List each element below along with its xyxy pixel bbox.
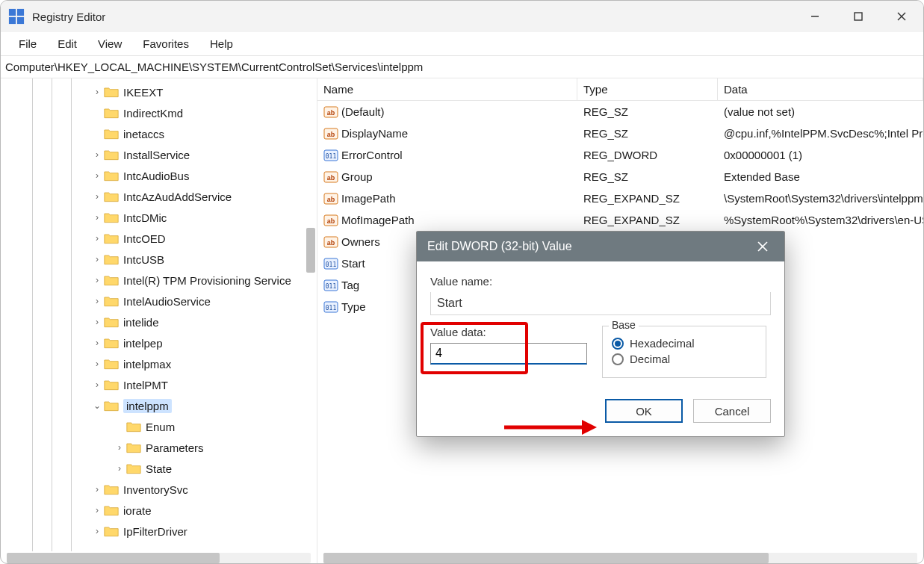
address-bar[interactable]: Computer\HKEY_LOCAL_MACHINE\SYSTEM\Curre… (1, 56, 923, 78)
cancel-button[interactable]: Cancel (693, 399, 771, 423)
string-icon: ab (323, 105, 338, 120)
tree-item-label: InventorySvc (123, 483, 188, 496)
maximize-button[interactable] (837, 1, 880, 32)
expand-arrow-icon[interactable]: › (90, 212, 104, 223)
tree-horizontal-scrollbar[interactable] (7, 553, 311, 563)
expand-arrow-icon[interactable]: › (90, 149, 104, 160)
expand-arrow-icon[interactable]: ⌄ (90, 400, 104, 411)
folder-icon (104, 190, 119, 202)
string-icon: ab (323, 213, 338, 228)
value-row[interactable]: abMofImagePathREG_EXPAND_SZ%SystemRoot%\… (317, 209, 923, 231)
radio-hex[interactable]: Hexadecimal (612, 337, 757, 350)
expand-arrow-icon[interactable]: › (90, 526, 104, 536)
value-data-field: Value data: (430, 326, 587, 378)
expand-arrow-icon[interactable]: › (113, 442, 126, 453)
minimize-button[interactable] (793, 1, 837, 32)
dword-icon: 011 (323, 300, 338, 314)
value-row[interactable]: 011ErrorControlREG_DWORD0x00000001 (1) (317, 144, 923, 166)
value-name: MofImagePath (341, 214, 415, 226)
value-row[interactable]: abImagePathREG_EXPAND_SZ\SystemRoot\Syst… (317, 188, 923, 209)
folder-icon (104, 379, 119, 391)
svg-rect-1 (17, 9, 24, 16)
value-name: ErrorControl (341, 149, 403, 161)
folder-icon (104, 274, 119, 286)
dword-icon: 011 (323, 148, 338, 163)
tree-item-label: intelppm (123, 399, 172, 413)
folder-icon (104, 170, 119, 182)
radio-dec[interactable]: Decimal (612, 353, 757, 365)
tree-vertical-scrollbar[interactable] (306, 228, 315, 288)
tree-item-label: IntcOED (123, 232, 166, 245)
expand-arrow-icon[interactable]: › (90, 484, 104, 495)
value-row[interactable]: abDisplayNameREG_SZ@cpu.inf,%IntelPPM.Sv… (317, 123, 923, 144)
svg-rect-3 (17, 17, 24, 24)
menu-favorites[interactable]: Favorites (132, 34, 199, 53)
value-type: REG_EXPAND_SZ (577, 192, 718, 205)
expand-arrow-icon[interactable]: › (90, 170, 104, 181)
expand-arrow-icon[interactable]: › (113, 463, 126, 474)
tree-item-label: inetaccs (123, 128, 164, 140)
registry-tree[interactable]: ›IKEEXTIndirectKmdinetaccs›InstallServic… (1, 78, 317, 551)
column-type[interactable]: Type (577, 78, 718, 100)
value-data: (value not set) (718, 105, 923, 118)
menu-view[interactable]: View (87, 34, 132, 53)
expand-arrow-icon[interactable]: › (90, 87, 104, 97)
folder-icon (104, 107, 119, 119)
expand-arrow-icon[interactable]: › (90, 254, 104, 264)
window-title: Registry Editor (32, 10, 793, 23)
column-data[interactable]: Data (718, 78, 923, 100)
value-name: ImagePath (341, 192, 396, 205)
dialog-close-button[interactable] (751, 241, 774, 252)
expand-arrow-icon[interactable]: › (90, 338, 104, 348)
values-horizontal-scrollbar[interactable] (323, 553, 917, 563)
value-name: Group (341, 170, 373, 183)
folder-icon (126, 441, 141, 453)
expand-arrow-icon[interactable]: › (90, 505, 104, 515)
folder-icon (104, 525, 119, 537)
radio-dec-label: Decimal (630, 353, 670, 365)
value-name-label: Value name: (430, 275, 771, 288)
registry-editor-window: Registry Editor File Edit View Favorites… (0, 0, 924, 564)
folder-icon (104, 400, 119, 412)
menu-file[interactable]: File (8, 34, 47, 53)
expand-arrow-icon[interactable]: › (90, 275, 104, 285)
string-icon: ab (323, 170, 338, 185)
folder-icon (104, 358, 119, 370)
svg-rect-0 (9, 9, 16, 16)
close-button[interactable] (880, 1, 923, 32)
expand-arrow-icon[interactable]: › (90, 359, 104, 369)
tree-item-label: IntcAudioBus (123, 170, 189, 182)
tree-item-label: intelide (123, 316, 159, 329)
tree-item-label: IntelAudioService (123, 295, 211, 308)
dialog-titlebar: Edit DWORD (32-bit) Value (417, 232, 784, 261)
expand-arrow-icon[interactable]: › (90, 191, 104, 202)
svg-text:011: 011 (326, 261, 337, 268)
folder-icon (104, 337, 119, 349)
value-type: REG_EXPAND_SZ (577, 214, 718, 226)
value-name: Start (341, 257, 365, 270)
tree-item-label: Enum (146, 421, 175, 433)
folder-icon (104, 128, 119, 140)
value-name: DisplayName (341, 127, 408, 140)
column-name[interactable]: Name (317, 78, 577, 100)
folder-icon (126, 421, 141, 433)
value-type: REG_SZ (577, 105, 718, 118)
menubar: File Edit View Favorites Help (1, 32, 923, 56)
svg-text:011: 011 (326, 283, 337, 290)
expand-arrow-icon[interactable]: › (90, 317, 104, 327)
folder-icon (104, 295, 119, 307)
value-data: 0x00000001 (1) (718, 149, 923, 161)
expand-arrow-icon[interactable]: › (90, 379, 104, 390)
tree-pane: ›IKEEXTIndirectKmdinetaccs›InstallServic… (1, 78, 317, 564)
value-data-input[interactable] (430, 343, 587, 365)
folder-icon (104, 232, 119, 244)
menu-edit[interactable]: Edit (47, 34, 87, 53)
folder-icon (104, 149, 119, 161)
ok-button[interactable]: OK (605, 399, 683, 423)
value-row[interactable]: abGroupREG_SZExtended Base (317, 166, 923, 188)
expand-arrow-icon[interactable]: › (90, 233, 104, 244)
value-data: Extended Base (718, 170, 923, 183)
expand-arrow-icon[interactable]: › (90, 296, 104, 306)
value-row[interactable]: ab(Default)REG_SZ(value not set) (317, 101, 923, 123)
menu-help[interactable]: Help (199, 34, 244, 53)
